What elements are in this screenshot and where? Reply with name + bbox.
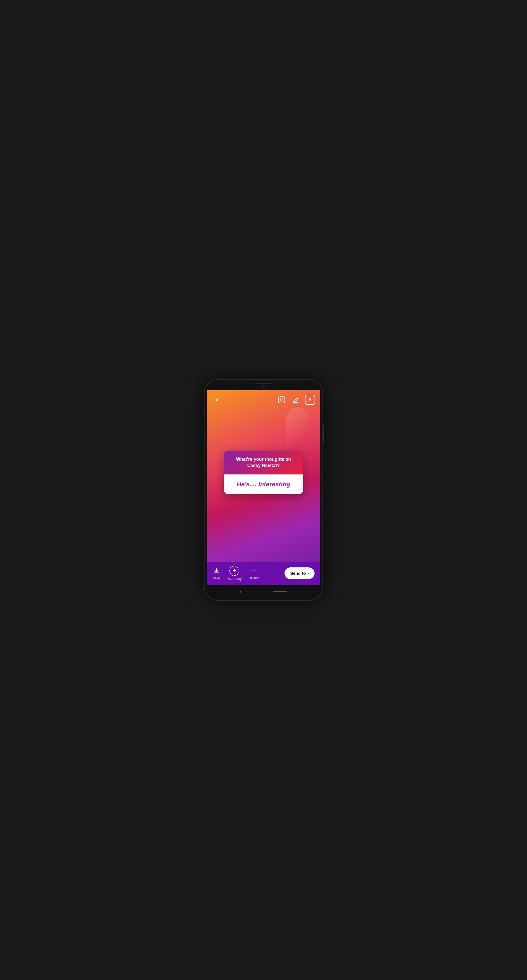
close-button[interactable]: ✕ [212, 395, 222, 405]
draw-button[interactable] [291, 395, 301, 405]
text-button[interactable]: A [305, 395, 315, 405]
close-icon: ✕ [215, 396, 220, 403]
save-icon [212, 567, 220, 575]
question-header: What're your thoughts on Casey Neistat? [224, 450, 303, 475]
bottom-actions: Save + Your Story ··· Options [212, 566, 259, 581]
camera-dot [262, 385, 265, 388]
bottom-bar: Save + Your Story ··· Options [207, 562, 320, 585]
send-to-label: Send to [290, 571, 306, 576]
back-button[interactable]: ‹ [240, 589, 241, 594]
phone-device: ✕ [204, 379, 323, 601]
side-button [323, 425, 324, 442]
your-story-label: Your Story [227, 578, 242, 581]
answer-area: He's.... Interesting [224, 475, 303, 495]
svg-point-2 [282, 398, 283, 399]
top-toolbar-right: A [277, 395, 315, 405]
question-text: What're your thoughts on Casey Neistat? [231, 456, 296, 469]
story-area: ✕ [207, 390, 320, 562]
options-icon: ··· [250, 567, 258, 575]
speaker [255, 383, 272, 384]
sticker-button[interactable] [277, 395, 287, 405]
sticker-icon [278, 396, 285, 404]
save-button[interactable]: Save [212, 567, 220, 580]
your-story-icon: + [229, 566, 239, 576]
send-arrow-icon: › [307, 571, 309, 576]
options-button[interactable]: ··· Options [248, 567, 259, 580]
nav-bar: ‹ [207, 585, 320, 598]
your-story-button[interactable]: + Your Story [227, 566, 242, 581]
svg-rect-0 [279, 397, 285, 403]
text-icon: A [308, 397, 312, 402]
draw-icon [293, 396, 299, 403]
phone-screen: ✕ [207, 382, 320, 598]
svg-point-1 [280, 398, 281, 399]
home-indicator[interactable] [273, 591, 287, 592]
answer-text: He's.... Interesting [231, 481, 296, 488]
save-label: Save [213, 576, 220, 580]
top-toolbar: ✕ [207, 390, 320, 408]
send-to-button[interactable]: Send to › [285, 567, 315, 579]
question-card: What're your thoughts on Casey Neistat? … [224, 450, 303, 495]
options-label: Options [248, 576, 259, 580]
